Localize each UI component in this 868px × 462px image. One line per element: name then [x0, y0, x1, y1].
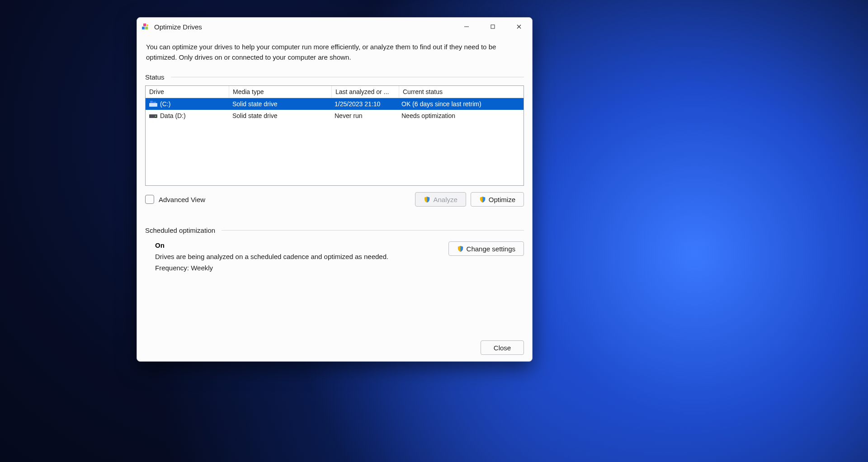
os-drive-icon	[149, 101, 157, 107]
status-section-label: Status	[145, 73, 524, 81]
shield-icon	[457, 245, 464, 252]
change-settings-button[interactable]: Change settings	[448, 241, 524, 256]
table-header: Drive Media type Last analyzed or ... Cu…	[146, 86, 524, 98]
close-button[interactable]	[506, 18, 532, 36]
window-controls	[453, 18, 532, 36]
optimize-drives-window: Optimize Drives You can optimize your dr…	[137, 17, 533, 362]
col-head-status[interactable]: Current status	[399, 86, 524, 98]
scheduled-status: On Drives are being analyzed on a schedu…	[155, 241, 435, 275]
drive-name: Data (D:)	[160, 112, 186, 119]
status-label-text: Status	[145, 73, 165, 81]
minimize-button[interactable]	[453, 18, 480, 36]
defrag-app-icon	[142, 23, 150, 31]
close-label: Close	[494, 344, 511, 352]
advanced-view-checkbox[interactable]	[145, 195, 154, 204]
drive-status: Needs optimization	[398, 112, 524, 119]
table-row[interactable]: (C:) Solid state drive 1/25/2023 21:10 O…	[146, 98, 524, 110]
optimize-button[interactable]: Optimize	[471, 192, 524, 207]
maximize-button[interactable]	[480, 18, 506, 36]
shield-icon	[424, 196, 430, 203]
advanced-view-label[interactable]: Advanced View	[159, 196, 205, 203]
analyze-button: Analyze	[415, 192, 466, 207]
divider	[222, 230, 524, 231]
svg-rect-3	[146, 24, 148, 26]
col-head-media[interactable]: Media type	[229, 86, 332, 98]
scheduled-section-label: Scheduled optimization	[145, 226, 524, 234]
shield-icon	[479, 196, 486, 203]
svg-rect-6	[150, 101, 153, 103]
status-actions: Advanced View Analyze Optimize	[145, 192, 524, 207]
window-title: Optimize Drives	[154, 23, 453, 31]
table-row[interactable]: Data (D:) Solid state drive Never run Ne…	[146, 110, 524, 122]
svg-rect-0	[142, 27, 145, 29]
svg-rect-4	[491, 25, 495, 28]
col-head-drive[interactable]: Drive	[146, 86, 229, 98]
svg-rect-9	[155, 116, 156, 117]
analyze-label: Analyze	[433, 196, 457, 203]
svg-rect-7	[153, 102, 156, 103]
drive-name: (C:)	[160, 100, 170, 108]
svg-rect-2	[143, 24, 146, 26]
drive-status: OK (6 days since last retrim)	[398, 100, 524, 108]
svg-rect-1	[145, 27, 148, 29]
divider	[171, 77, 524, 77]
drive-media: Solid state drive	[229, 112, 331, 119]
optimize-label: Optimize	[489, 196, 515, 203]
change-settings-label: Change settings	[467, 245, 515, 253]
scheduled-label-text: Scheduled optimization	[145, 226, 215, 234]
drive-media: Solid state drive	[229, 100, 331, 108]
scheduled-state: On	[155, 241, 435, 249]
titlebar: Optimize Drives	[137, 18, 532, 36]
close-dialog-button[interactable]: Close	[481, 340, 524, 355]
svg-rect-5	[149, 103, 157, 107]
drive-last: Never run	[331, 112, 398, 119]
drives-table: Drive Media type Last analyzed or ... Cu…	[145, 85, 524, 186]
table-body: (C:) Solid state drive 1/25/2023 21:10 O…	[146, 98, 524, 185]
intro-text: You can optimize your drives to help you…	[146, 42, 523, 62]
svg-rect-8	[149, 114, 157, 118]
drive-last: 1/25/2023 21:10	[331, 100, 398, 108]
data-drive-icon	[149, 113, 157, 119]
scheduled-frequency: Frequency: Weekly	[155, 264, 435, 272]
scheduled-description: Drives are being analyzed on a scheduled…	[155, 253, 435, 260]
col-head-last[interactable]: Last analyzed or ...	[332, 86, 399, 98]
